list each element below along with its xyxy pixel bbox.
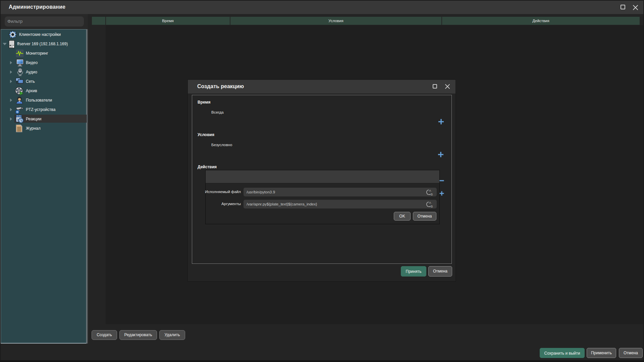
svg-text:A: A bbox=[429, 189, 431, 192]
svg-text:B: B bbox=[431, 204, 433, 208]
svg-text:A: A bbox=[429, 201, 431, 204]
svg-text:B: B bbox=[431, 192, 433, 196]
